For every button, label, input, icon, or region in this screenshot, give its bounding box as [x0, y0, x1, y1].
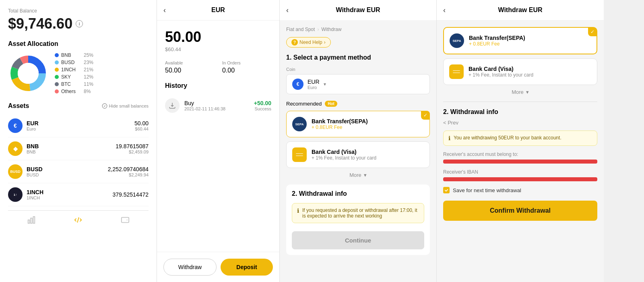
in-orders-val: 0.00	[222, 67, 271, 74]
visa-name-2: Bank Card (Visa)	[469, 66, 591, 72]
donut-chart	[8, 53, 48, 93]
available-col: Available 50.00	[165, 60, 214, 74]
visa-payment-name: Bank Card (Visa)	[312, 149, 424, 155]
info-icon: ℹ	[448, 135, 450, 141]
svg-rect-13	[452, 69, 460, 74]
asset-sub: BUSD	[27, 172, 108, 177]
list-item[interactable]: ◆ BNB BNB 19.87615087 $2,459.09	[8, 137, 149, 160]
eur-detail-title: EUR	[211, 6, 225, 14]
sepa-fee-selected: + 0.8EUR Fee	[469, 41, 591, 47]
portfolio-panel: Total Balance $9,746.60 i Asset Allocati…	[0, 0, 157, 282]
history-title: History	[165, 82, 271, 89]
total-balance-label: Total Balance	[8, 8, 149, 14]
confirm-back-btn[interactable]: ‹	[443, 6, 446, 15]
asset-name: EUR	[27, 120, 134, 126]
eur-coin-icon: €	[292, 79, 303, 90]
asset-name: 1INCH	[27, 189, 112, 195]
withdraw-title: Withdraw EUR	[336, 6, 380, 14]
info-icon[interactable]: i	[76, 20, 83, 27]
list-item[interactable]: € EUR Euro 50.00 $60.44	[8, 114, 149, 137]
more-payment-methods[interactable]: More ▾	[286, 172, 430, 178]
confirm-withdrawal-button[interactable]: Confirm Withdrawal	[443, 201, 597, 221]
info-icon: ℹ	[297, 207, 299, 214]
list-item[interactable]: 1↑ 1INCH 1INCH 379.52514472	[8, 183, 149, 206]
continue-button[interactable]: Continue	[292, 231, 424, 249]
prev-link[interactable]: < Prev	[443, 120, 597, 126]
select-payment-title: 1. Select a payment method	[286, 54, 430, 61]
receiver-account-input[interactable]	[443, 160, 597, 164]
eur-icon: €	[8, 118, 23, 133]
svg-rect-10	[33, 217, 35, 224]
chevron-down-icon: ▾	[364, 172, 367, 178]
withdraw-info-text: You are withdrawing 50EUR to your bank a…	[454, 135, 561, 141]
withdraw-info-box: ℹ You are withdrawing 50EUR to your bank…	[443, 131, 597, 146]
coin-label: Coin	[286, 67, 430, 72]
need-help-button[interactable]: ? Need Help ›	[286, 37, 331, 48]
coin-select-sub: Euro	[308, 85, 320, 90]
visa-payment-fee: + 1% Fee, Instant to your card	[312, 155, 424, 161]
list-item: Buy 2021-02-11 11:46:38 +50.00 Success	[165, 94, 271, 117]
nav-transfer[interactable]	[74, 216, 83, 224]
1inch-icon: 1↑	[8, 187, 23, 202]
more-payment-methods-2[interactable]: More ▾	[443, 89, 597, 95]
chevron-down-icon: ▾	[324, 81, 326, 87]
withdraw-back-btn[interactable]: ‹	[286, 6, 289, 15]
visa-card-icon	[292, 147, 307, 162]
eur-amount: 50.00	[165, 29, 271, 46]
list-item[interactable]: BUSD BUSD BUSD 2,252.09740684 $2,249.94	[8, 160, 149, 183]
save-checkbox[interactable]	[443, 187, 450, 193]
eur-detail-back-btn[interactable]: ‹	[163, 6, 166, 15]
hot-badge: Hot	[325, 101, 337, 107]
visa-card-icon-2	[449, 64, 464, 79]
withdrawal-info-title: 2. Withdrawal info	[292, 190, 424, 197]
sepa-payment-card-selected[interactable]: SEPA Bank Transfer(SEPA) + 0.8EUR Fee ✓	[443, 27, 597, 54]
withdrawal-info-section: 2. Withdrawal info ℹ If you requested a …	[286, 185, 430, 255]
nav-wallet[interactable]	[121, 216, 130, 224]
sepa-payment-card[interactable]: SEPA Bank Transfer(SEPA) + 0.8EUR Fee ✓	[286, 111, 430, 137]
history-status: Success	[254, 106, 271, 111]
confirm-withdrawal-panel: ‹ Withdraw EUR SEPA Bank Transfer(SEPA) …	[437, 0, 604, 282]
history-date: 2021-02-11 11:46:38	[184, 106, 249, 111]
history-type: Buy	[184, 100, 249, 106]
coin-select[interactable]: € EUR Euro ▾	[286, 74, 430, 94]
check-mark-icon: ✓	[588, 27, 597, 36]
confirm-section2-title: 2. Withdrawal info	[443, 108, 597, 116]
asset-amount: 50.00	[134, 120, 149, 126]
withdrawal-info-box: ℹ If you requested a deposit or withdraw…	[292, 203, 424, 223]
sepa-icon-selected: SEPA	[450, 33, 464, 48]
asset-sub: BNB	[27, 149, 116, 154]
visa-fee-2: + 1% Fee, Instant to your card	[469, 72, 591, 78]
breadcrumb-withdraw: Withdraw	[321, 27, 341, 32]
asset-usd: $2,249.94	[108, 172, 149, 177]
withdraw-button[interactable]: Withdraw	[163, 259, 217, 276]
eur-detail-header: ‹ EUR	[157, 0, 279, 21]
bottom-nav	[8, 210, 149, 229]
visa-payment-card-2[interactable]: Bank Card (Visa) + 1% Fee, Instant to yo…	[443, 58, 597, 85]
withdraw-panel: ‹ Withdraw EUR Fiat and Spot › Withdraw …	[280, 0, 437, 282]
sepa-payment-name: Bank Transfer(SEPA)	[312, 118, 424, 124]
legend: BNB25% BUSD23% 1INCH21% SKY12% BTC11% Ot…	[55, 52, 93, 94]
more-label-2: More	[512, 89, 524, 95]
asset-usd: $2,459.09	[116, 149, 149, 154]
visa-payment-card[interactable]: Bank Card (Visa) + 1% Fee, Instant to yo…	[286, 141, 430, 168]
confirm-header: ‹ Withdraw EUR	[437, 0, 604, 21]
receiver-iban-input[interactable]	[443, 177, 597, 181]
confirm-title: Withdraw EUR	[498, 6, 542, 14]
check-mark-icon: ✓	[421, 111, 430, 120]
asset-name: BNB	[27, 143, 116, 149]
coin-select-name: EUR	[308, 79, 320, 85]
history-amount: +50.00	[254, 100, 271, 106]
nav-charts[interactable]	[27, 216, 36, 224]
svg-rect-8	[28, 220, 30, 223]
svg-point-6	[18, 63, 39, 84]
hide-small-balances-toggle[interactable]: Hide small balances	[102, 103, 149, 109]
more-label: More	[349, 172, 361, 178]
allocation-chart: BNB25% BUSD23% 1INCH21% SKY12% BTC11% Ot…	[8, 52, 149, 94]
asset-amount: 19.87615087	[116, 143, 149, 149]
eur-usd: $60.44	[165, 46, 271, 52]
need-help-label: Need Help	[299, 39, 322, 45]
in-orders-col: In Orders 0.00	[222, 60, 271, 74]
bnb-icon: ◆	[8, 141, 23, 156]
svg-rect-12	[295, 152, 303, 157]
deposit-button[interactable]: Deposit	[221, 259, 273, 276]
